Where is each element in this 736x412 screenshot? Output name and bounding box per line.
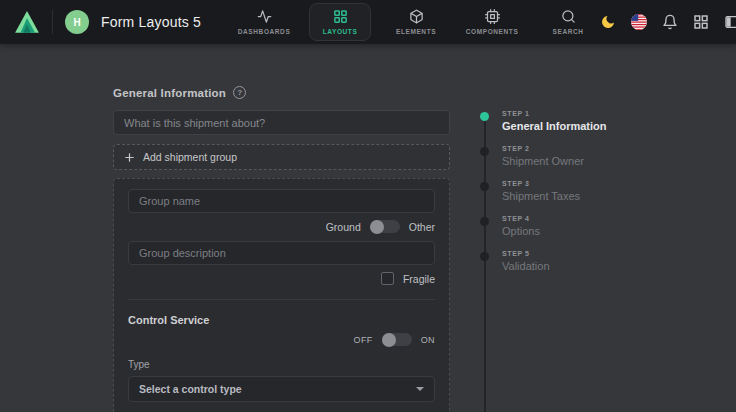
fragile-label: Fragile <box>403 273 435 285</box>
nav-label: COMPONENTS <box>466 28 519 35</box>
add-group-label: Add shipment group <box>143 151 237 163</box>
control-service-title: Control Service <box>128 314 435 326</box>
step-number: STEP 1 <box>502 110 607 117</box>
group-description-input[interactable] <box>128 241 435 265</box>
step-dot <box>480 217 489 226</box>
nav-label: LAYOUTS <box>323 28 358 35</box>
app-logo[interactable] <box>14 10 40 34</box>
section-title: General Information <box>113 87 226 99</box>
box-icon <box>409 9 424 24</box>
nav-item-elements[interactable]: ELEMENTS <box>385 3 447 41</box>
top-navbar: H Form Layouts 5 DASHBOARDS LAYOUTS ELEM… <box>0 0 736 44</box>
bell-icon <box>662 14 678 30</box>
on-label: ON <box>421 335 435 345</box>
control-type-select[interactable]: Select a control type <box>128 376 435 402</box>
navbar-right <box>599 9 736 35</box>
search-icon <box>561 9 576 24</box>
step-dot <box>480 147 489 156</box>
type-label: Type <box>128 359 435 370</box>
group-name-input[interactable] <box>128 189 435 213</box>
step-dot <box>480 252 489 261</box>
nav-item-components[interactable]: COMPONENTS <box>461 3 523 41</box>
brand-initial-badge: H <box>65 10 89 34</box>
select-value: Select a control type <box>139 383 242 395</box>
navbar-left: H Form Layouts 5 <box>14 10 201 34</box>
nav-item-search[interactable]: SEARCH <box>537 3 599 41</box>
step-item-3[interactable]: STEP 3 Shipment Taxes <box>480 180 690 202</box>
step-number: STEP 3 <box>502 180 580 187</box>
step-title: Options <box>502 225 540 237</box>
apps-grid-icon <box>693 14 709 30</box>
step-item-5[interactable]: STEP 5 Validation <box>480 250 690 272</box>
fragile-row: Fragile <box>128 272 435 285</box>
nav-label: ELEMENTS <box>396 28 436 35</box>
triangle-logo-icon <box>14 10 40 34</box>
activity-icon <box>257 9 272 24</box>
step-title: Shipment Taxes <box>502 190 580 202</box>
step-title: General Information <box>502 120 607 132</box>
us-flag-icon <box>631 14 647 30</box>
chevron-down-icon <box>416 387 424 391</box>
fragile-checkbox[interactable] <box>381 272 394 285</box>
sidebar-panel-icon <box>724 14 736 30</box>
off-label: OFF <box>353 335 372 345</box>
dark-mode-toggle[interactable] <box>599 13 617 31</box>
shipment-group-box: Ground Other Fragile Control Service OFF… <box>113 178 450 412</box>
toggle-knob <box>382 333 396 347</box>
sidebar-toggle-button[interactable] <box>723 13 736 31</box>
nav-item-layouts[interactable]: LAYOUTS <box>309 3 371 41</box>
toggle-knob <box>370 220 384 234</box>
plus-icon <box>125 153 134 162</box>
wizard-steps-panel: STEP 1 General Information STEP 2 Shipme… <box>480 110 690 412</box>
language-flag-button[interactable] <box>630 13 648 31</box>
moon-icon <box>600 14 616 30</box>
grid-layout-icon <box>333 9 348 24</box>
section-heading: General Information ? <box>113 86 450 99</box>
other-label: Other <box>409 221 435 233</box>
main-nav: DASHBOARDS LAYOUTS ELEMENTS C <box>233 3 599 41</box>
step-number: STEP 5 <box>502 250 550 257</box>
ground-other-toggle[interactable] <box>370 220 400 233</box>
step-number: STEP 2 <box>502 145 584 152</box>
notifications-button[interactable] <box>661 13 679 31</box>
main-content: General Information ? Add shipment group… <box>0 44 736 412</box>
step-number: STEP 4 <box>502 215 540 222</box>
page-title: Form Layouts 5 <box>101 14 201 30</box>
off-on-row: OFF ON <box>128 333 435 346</box>
step-item-1[interactable]: STEP 1 General Information <box>480 110 690 132</box>
step-title: Validation <box>502 260 550 272</box>
step-dot <box>480 182 489 191</box>
section-divider <box>128 299 435 300</box>
step-item-4[interactable]: STEP 4 Options <box>480 215 690 237</box>
step-title: Shipment Owner <box>502 155 584 167</box>
help-icon[interactable]: ? <box>233 86 246 99</box>
step-dot <box>480 112 489 121</box>
apps-grid-button[interactable] <box>692 13 710 31</box>
navbar-separator <box>52 10 53 34</box>
step-item-2[interactable]: STEP 2 Shipment Owner <box>480 145 690 167</box>
off-on-toggle[interactable] <box>382 333 412 346</box>
cpu-icon <box>485 9 500 24</box>
nav-item-dashboards[interactable]: DASHBOARDS <box>233 3 295 41</box>
add-shipment-group-button[interactable]: Add shipment group <box>113 144 450 170</box>
form-column: General Information ? Add shipment group… <box>113 86 450 412</box>
nav-label: SEARCH <box>553 28 584 35</box>
ground-other-row: Ground Other <box>128 220 435 233</box>
nav-label: DASHBOARDS <box>238 28 291 35</box>
ground-label: Ground <box>326 221 361 233</box>
shipment-about-input[interactable] <box>113 110 450 135</box>
